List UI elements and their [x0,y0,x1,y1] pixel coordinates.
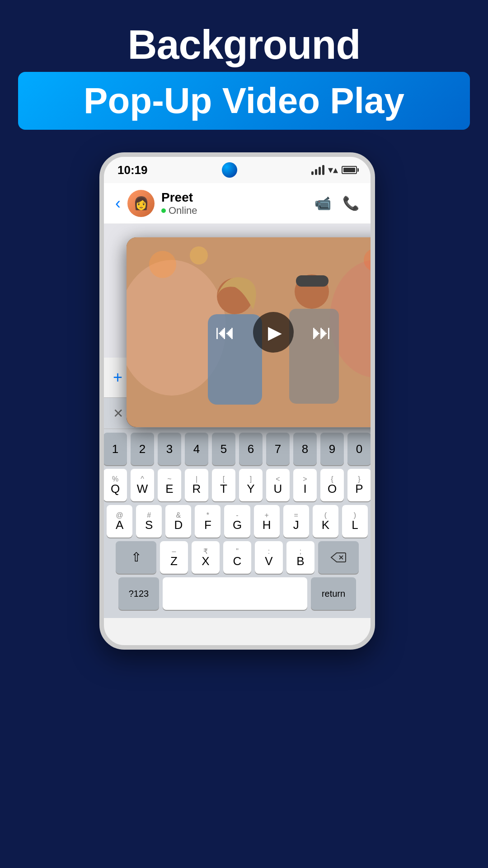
key-k[interactable]: (K [313,505,338,538]
keyboard-rows: 1 2 3 4 5 6 7 8 9 0 %Q ^W [104,429,371,614]
key-0[interactable]: 0 [347,433,371,465]
previous-button[interactable]: ⏮ [215,321,235,344]
key-a[interactable]: @A [107,505,132,538]
phone-call-icon[interactable]: 📞 [343,195,359,211]
key-4[interactable]: 4 [185,433,208,465]
key-t[interactable]: [T [212,469,235,501]
video-controls: ⏮ ▶ ⏭ [127,237,371,427]
video-popup[interactable]: ⏮ ▶ ⏭ ✕ [127,237,371,427]
playback-controls: ⏮ ▶ ⏭ [215,312,332,353]
status-time: 10:19 [117,163,148,177]
qwerty-row: %Q ^W ~E |R [T ]Y <U >I {O }P [107,469,368,501]
key-9[interactable]: 9 [320,433,344,465]
app-icon [222,162,237,178]
next-button[interactable]: ⏭ [312,321,332,344]
video-call-icon[interactable]: 📹 [314,195,331,211]
header-subtitle-box: Pop-Up Video Play [18,72,470,130]
key-e[interactable]: ~E [158,469,181,501]
contact-status: Online [161,205,314,217]
header-subtitle: Pop-Up Video Play [36,81,452,121]
app-header: Background Pop-Up Video Play [0,0,488,143]
phone-mockup: 10:19 ▾▴ ‹ [99,152,389,650]
key-s[interactable]: #S [136,505,162,538]
key-8[interactable]: 8 [293,433,317,465]
key-p[interactable]: }P [347,469,371,501]
key-x[interactable]: ₹X [192,541,220,574]
avatar: 👩 [127,190,155,217]
play-button[interactable]: ▶ [253,312,294,353]
key-l[interactable]: )L [342,505,368,538]
key-w[interactable]: ^W [131,469,154,501]
key-5[interactable]: 5 [212,433,235,465]
status-bar: 10:19 ▾▴ [104,157,371,183]
key-u[interactable]: <U [266,469,290,501]
contact-info: Preet Online [161,190,314,217]
key-z[interactable]: –Z [160,541,188,574]
asdf-row: @A #S &D *F -G +H =J (K )L [107,505,368,538]
keyboard-area: ✕ Black B Back 1 2 3 4 5 [104,397,371,618]
key-2[interactable]: 2 [131,433,154,465]
key-3[interactable]: 3 [158,433,181,465]
chat-header: ‹ 👩 Preet Online 📹 📞 [104,183,371,224]
chat-actions: 📹 📞 [314,195,359,211]
key-7[interactable]: 7 [266,433,290,465]
shift-key[interactable]: ⇧ [116,541,156,574]
signal-icon [311,165,324,175]
key-d[interactable]: &D [165,505,191,538]
contact-name: Preet [161,190,314,205]
delete-key[interactable] [318,541,359,574]
status-icons: ▾▴ [311,164,357,176]
symbols-key[interactable]: ?123 [118,577,159,610]
add-attachment-button[interactable]: + [113,368,122,387]
key-o[interactable]: {O [320,469,344,501]
autocomplete-close[interactable]: ✕ [113,406,123,421]
bottom-row: ?123 return [107,577,368,614]
key-1[interactable]: 1 [104,433,127,465]
key-y[interactable]: ]Y [239,469,263,501]
key-v[interactable]: :V [255,541,283,574]
back-button[interactable]: ‹ [115,194,121,213]
return-key[interactable]: return [311,577,356,610]
number-row: 1 2 3 4 5 6 7 8 9 0 [107,433,368,465]
key-h[interactable]: +H [254,505,280,538]
key-i[interactable]: >I [293,469,317,501]
key-g[interactable]: -G [224,505,250,538]
online-indicator [161,208,166,213]
play-icon: ▶ [268,322,282,343]
wifi-icon: ▾▴ [328,164,338,176]
zxcv-row: ⇧ –Z ₹X "C :V ;B [107,541,368,574]
battery-icon [342,166,357,174]
key-6[interactable]: 6 [239,433,263,465]
key-c[interactable]: "C [223,541,251,574]
phone-content: 10:19 ▾▴ ‹ [104,157,371,618]
chat-area: ⏮ ▶ ⏭ ✕ [104,224,371,358]
key-b[interactable]: ;B [286,541,314,574]
header-title: Background [18,23,470,67]
status-text: Online [169,205,197,217]
key-j[interactable]: =J [283,505,309,538]
space-key[interactable] [163,577,307,610]
phone-frame: 10:19 ▾▴ ‹ [99,152,375,650]
key-f[interactable]: *F [195,505,221,538]
key-q[interactable]: %Q [104,469,127,501]
key-r[interactable]: |R [185,469,208,501]
